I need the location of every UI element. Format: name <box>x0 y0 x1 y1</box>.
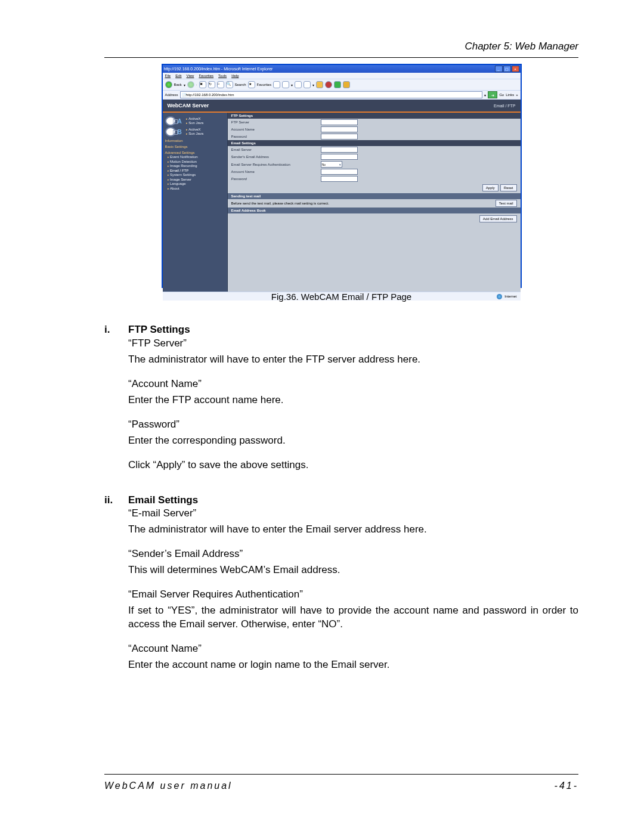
camera-a-java[interactable]: Sun Java <box>186 121 225 126</box>
menu-view[interactable]: View <box>187 74 194 78</box>
nav-motion-detection[interactable]: Motion Detection <box>168 160 225 165</box>
nav-advanced-settings[interactable]: Advanced Settings <box>165 151 225 154</box>
add-email-button[interactable]: Add Email Address <box>479 215 517 222</box>
menu-help[interactable]: Help <box>231 74 239 78</box>
media-icon[interactable] <box>273 81 280 88</box>
page-footer: WebCAM user manual -41- <box>104 774 578 791</box>
tool-icon-2[interactable] <box>343 81 350 88</box>
sending-test-header: Sending test mail <box>228 193 521 199</box>
home-icon[interactable]: ⌂ <box>217 81 224 88</box>
tool-icon-1[interactable] <box>334 81 341 88</box>
ie-addressbar: Address 📄 http://192.168.0.200/index.htm… <box>163 91 521 100</box>
nav-information[interactable]: Information <box>165 139 225 143</box>
nav-image-server[interactable]: Image Server <box>168 178 225 182</box>
reset-button[interactable]: Reset <box>500 184 517 191</box>
section-1-number: i. <box>104 323 128 337</box>
camera-a: A ActiveX Sun Java <box>165 116 225 126</box>
print-icon[interactable] <box>304 81 311 88</box>
close-button[interactable]: × <box>512 66 519 72</box>
ie-window: http://192.168.0.200/index.htm - Microso… <box>162 64 522 288</box>
ftp-settings-header: FTP Settings <box>228 113 521 119</box>
s2-p2a: “Sender’s Email Address” <box>128 547 578 561</box>
footer-manual: WebCAM user manual <box>104 781 233 791</box>
footer-page: -41- <box>555 781 578 791</box>
ie-menubar: File Edit View Favorites Tools Help <box>163 73 521 79</box>
chapter-header: Chapter 5: Web Manager <box>104 41 578 52</box>
ftp-account-label: Account Name <box>231 128 321 131</box>
email-account-label: Account Name <box>231 170 321 174</box>
address-field[interactable]: 📄 http://192.168.0.200/index.htm <box>180 91 483 98</box>
apply-button[interactable]: Apply <box>482 184 499 191</box>
s1-p2b: Enter the FTP account name here. <box>128 394 578 407</box>
s1-p4: Click “Apply” to save the above settings… <box>128 459 578 472</box>
camera-b-java[interactable]: Sun Java <box>186 132 225 137</box>
address-book-header: Email Address Book <box>228 208 521 213</box>
ladybug-icon[interactable] <box>325 81 332 88</box>
camera-a-activex[interactable]: ActiveX <box>186 117 225 122</box>
email-server-label: Email Server <box>231 148 321 151</box>
ftp-server-input[interactable] <box>321 119 358 125</box>
maximize-button[interactable]: ▢ <box>503 66 511 72</box>
camera-b: B ActiveX Sun Java <box>165 127 225 137</box>
ftp-account-input[interactable] <box>321 126 358 132</box>
nav-language[interactable]: Language <box>168 182 225 187</box>
s2-p3b: If set to “YES”, the administrator will … <box>128 604 578 631</box>
refresh-icon[interactable]: ↻ <box>208 81 215 88</box>
back-icon[interactable] <box>165 81 172 88</box>
section-1-title: FTP Settings <box>128 323 190 337</box>
menu-file[interactable]: File <box>165 74 171 78</box>
sender-input[interactable] <box>321 154 358 160</box>
s1-p1b: The administrator will have to enter the… <box>128 353 578 367</box>
favorites-icon[interactable]: ★ <box>248 81 255 88</box>
search-icon[interactable]: 🔍 <box>226 81 233 88</box>
email-account-input[interactable] <box>321 169 358 175</box>
section-2-title: Email Settings <box>128 494 198 507</box>
s2-p1a: “E-mail Server” <box>128 507 578 521</box>
minimize-button[interactable]: _ <box>495 66 503 72</box>
s2-p4b: Enter the account name or login name to … <box>128 658 578 672</box>
header-rule <box>104 57 578 58</box>
footer-rule <box>104 774 578 775</box>
internet-zone-icon <box>497 294 502 299</box>
nav-image-recording[interactable]: Image Recording <box>168 164 225 169</box>
ftp-password-input[interactable] <box>321 134 358 140</box>
mail-icon[interactable] <box>295 81 302 88</box>
sender-label: Sender's Email Address <box>231 155 321 159</box>
nav-about[interactable]: About <box>168 187 225 191</box>
back-label[interactable]: Back <box>174 83 182 86</box>
main-panel: FTP Settings FTP Server Account Name Pas… <box>228 113 521 292</box>
links-label[interactable]: Links <box>506 93 514 97</box>
test-mail-button[interactable]: Test mail <box>496 200 517 207</box>
camera-icon <box>165 116 176 126</box>
s2-p1b: The administrator will have to enter the… <box>128 523 578 537</box>
auth-select[interactable]: No <box>321 161 342 168</box>
sidebar: A ActiveX Sun Java B ActiveX Sun Java <box>163 113 228 292</box>
history-icon[interactable] <box>282 81 289 88</box>
internet-zone-label: Internet <box>504 295 516 298</box>
nav-system-settings[interactable]: System Settings <box>168 173 225 178</box>
menu-edit[interactable]: Edit <box>175 74 181 78</box>
search-label[interactable]: Search <box>235 83 246 86</box>
go-label: Go <box>499 93 504 97</box>
nav-event-notification[interactable]: Event Notification <box>168 155 225 160</box>
webcam-title: WebCAM Server <box>168 103 209 109</box>
s1-p3a: “Password” <box>128 418 578 432</box>
go-button[interactable]: ➜ <box>488 91 497 98</box>
test-mail-note: Before send the test mail, please check … <box>231 202 329 205</box>
s2-p4a: “Account Name” <box>128 642 578 656</box>
nav-email-ftp[interactable]: Email / FTP <box>168 169 225 174</box>
favorites-label[interactable]: Favorites <box>257 83 272 86</box>
menu-tools[interactable]: Tools <box>218 74 227 78</box>
folder-icon[interactable] <box>316 81 323 88</box>
s1-p3b: Enter the corresponding password. <box>128 434 578 448</box>
camera-icon <box>165 127 176 137</box>
email-server-input[interactable] <box>321 147 358 153</box>
camera-b-activex[interactable]: ActiveX <box>186 128 225 132</box>
nav-basic-settings[interactable]: Basic Settings <box>165 145 225 148</box>
camera-b-letter: B <box>178 129 182 135</box>
stop-icon[interactable]: ✖ <box>199 81 206 88</box>
menu-favorites[interactable]: Favorites <box>199 74 213 78</box>
ie-title: http://192.168.0.200/index.htm - Microso… <box>164 67 273 71</box>
email-password-input[interactable] <box>321 176 358 182</box>
forward-icon[interactable] <box>187 81 194 88</box>
